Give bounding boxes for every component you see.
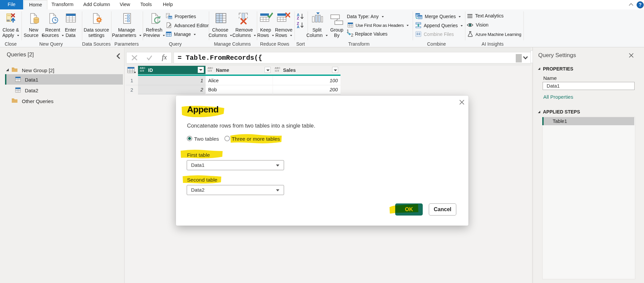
svg-text:Z: Z: [297, 16, 299, 20]
